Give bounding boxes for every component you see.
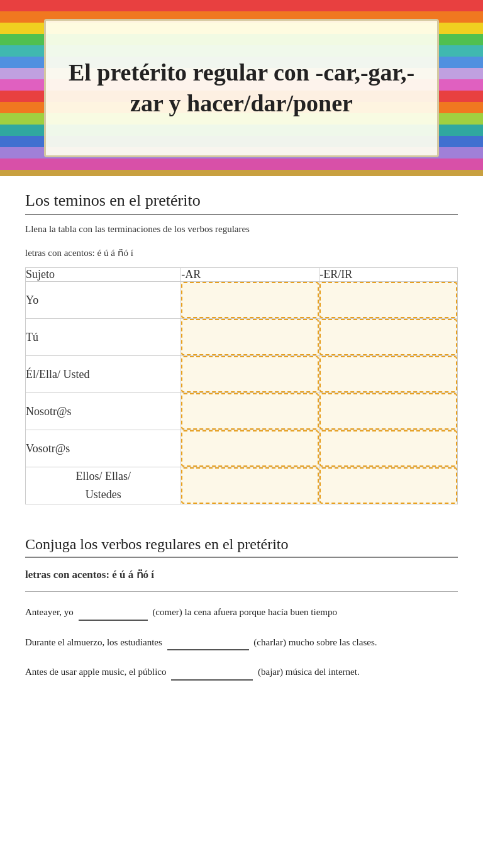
sentence2-input[interactable] <box>167 638 249 650</box>
yo-er-ir-cell <box>319 282 458 319</box>
subject-nosotros: Nosotr@s <box>26 393 181 430</box>
vosotros-ar-cell <box>181 430 319 467</box>
main-content: Los teminos en el pretérito Llena la tab… <box>0 176 483 720</box>
subject-el: Él/Ella/ Usted <box>26 356 181 393</box>
section2-title: Conjuga los verbos regulares en el preté… <box>25 536 458 558</box>
nosotros-er-ir-cell <box>319 393 458 430</box>
conjugation-table: Sujeto -AR -ER/IR Yo Tú <box>25 267 458 504</box>
ellos-er-ir-cell <box>319 467 458 504</box>
vosotros-ar-input[interactable] <box>181 430 319 467</box>
sentence1-input[interactable] <box>79 609 148 621</box>
title-box: El pretérito regular con -car,-gar,-zar … <box>44 19 439 157</box>
page-title: El pretérito regular con -car,-gar,-zar … <box>61 57 422 120</box>
ellos-er-ir-input[interactable] <box>319 467 457 504</box>
el-ar-cell <box>181 356 319 393</box>
header-section: El pretérito regular con -car,-gar,-zar … <box>0 0 483 176</box>
col-header-ar: -AR <box>181 268 319 282</box>
tu-er-ir-cell <box>319 319 458 356</box>
subject-ellos: Ellos/ Ellas/Ustedes <box>26 467 181 504</box>
nosotros-ar-input[interactable] <box>181 393 319 430</box>
table-row: Él/Ella/ Usted <box>26 356 458 393</box>
vosotros-er-ir-input[interactable] <box>319 430 457 467</box>
sentence2-after: mucho sobre las clases. <box>289 637 377 647</box>
svg-rect-1 <box>0 170 483 176</box>
col-header-subject: Sujeto <box>26 268 181 282</box>
ellos-ar-input[interactable] <box>181 467 319 504</box>
sentence1-before: Anteayer, yo <box>25 607 74 617</box>
nosotros-ar-cell <box>181 393 319 430</box>
table-row: Yo <box>26 282 458 319</box>
divider <box>25 591 458 592</box>
table-row: Ellos/ Ellas/Ustedes <box>26 467 458 504</box>
table-row: Vosotr@s <box>26 430 458 467</box>
sentence3-input[interactable] <box>171 669 253 681</box>
vosotros-er-ir-cell <box>319 430 458 467</box>
sentence1-verb: (comer) <box>152 607 182 617</box>
sentence2-verb: (charlar) <box>253 637 286 647</box>
el-ar-input[interactable] <box>181 356 319 392</box>
table-row: Tú <box>26 319 458 356</box>
subject-tu: Tú <box>26 319 181 356</box>
section2-accent-chars: letras con acentos: é ú á n̈ó í <box>25 568 458 581</box>
subject-yo: Yo <box>26 282 181 319</box>
section1-title: Los teminos en el pretérito <box>25 191 458 215</box>
tu-ar-input[interactable] <box>181 319 319 355</box>
section1-accent-chars: letras con acentos: é ú á n̈ó í <box>25 247 458 259</box>
nosotros-er-ir-input[interactable] <box>319 393 457 430</box>
el-er-ir-cell <box>319 356 458 393</box>
el-er-ir-input[interactable] <box>319 356 457 392</box>
sentence-row-2: Durante el almuerzo, los estudiantes (ch… <box>25 635 458 651</box>
subject-vosotros: Vosotr@s <box>26 430 181 467</box>
sentence3-verb: (bajar) <box>258 667 283 677</box>
sentence1-after: la cena afuera porque hacía buen tiempo <box>185 607 337 617</box>
table-row: Nosotr@s <box>26 393 458 430</box>
ellos-ar-cell <box>181 467 319 504</box>
yo-er-ir-input[interactable] <box>319 282 457 318</box>
tu-er-ir-input[interactable] <box>319 319 457 355</box>
sentence-row-1: Anteayer, yo (comer) la cena afuera porq… <box>25 604 458 621</box>
section1: Los teminos en el pretérito Llena la tab… <box>25 191 458 504</box>
tu-ar-cell <box>181 319 319 356</box>
sentence-row-3: Antes de usar apple music, el público (b… <box>25 664 458 681</box>
sentence2-before: Durante el almuerzo, los estudiantes <box>25 637 162 647</box>
section1-subtitle: Llena la tabla con las terminaciones de … <box>25 224 458 235</box>
yo-ar-cell <box>181 282 319 319</box>
yo-ar-input[interactable] <box>181 282 319 318</box>
sentence3-before: Antes de usar apple music, el público <box>25 667 167 677</box>
table-header-row: Sujeto -AR -ER/IR <box>26 268 458 282</box>
sentence3-after: música del internet. <box>286 667 360 677</box>
section2: Conjuga los verbos regulares en el preté… <box>25 536 458 681</box>
col-header-er-ir: -ER/IR <box>319 268 458 282</box>
